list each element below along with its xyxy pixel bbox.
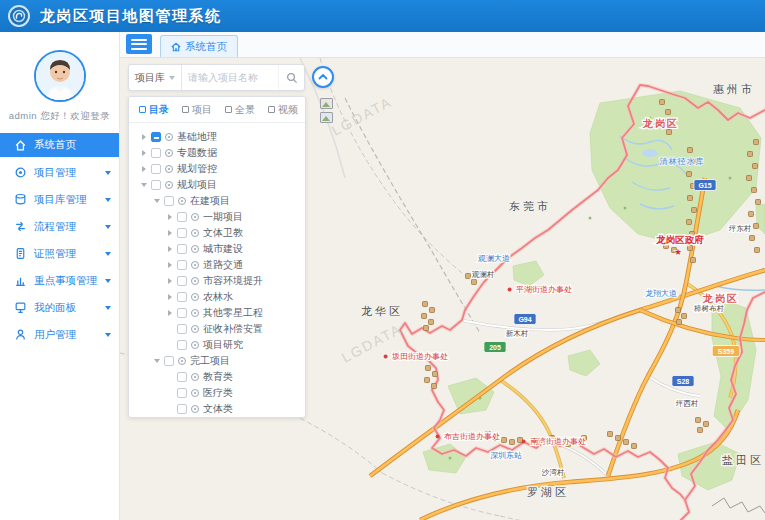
panel-tab-3[interactable]: 视频 <box>268 103 298 117</box>
tree-node-10[interactable]: 农林水 <box>129 289 305 305</box>
tree-node-label: 基础地理 <box>177 130 217 144</box>
layer-tree: 基础地理专题数据规划管控规划项目在建项目一期项目文体卫教城市建设道路交通市容环境… <box>129 123 305 417</box>
tab-bar: 系统首页 <box>120 32 765 58</box>
tree-checkbox[interactable] <box>177 404 187 414</box>
expander-right-icon[interactable] <box>165 246 175 252</box>
panel-tab-2[interactable]: 全景 <box>225 103 255 117</box>
map-label-vil: 观澜村 <box>472 270 495 279</box>
sidebar-item-3[interactable]: 流程管理 <box>0 213 119 240</box>
sidebar-item-label: 项目管理 <box>34 166 101 180</box>
tree-node-0[interactable]: 基础地理 <box>129 129 305 145</box>
expander-right-icon[interactable] <box>165 214 175 220</box>
tree-node-5[interactable]: 一期项目 <box>129 209 305 225</box>
expander-right-icon[interactable] <box>165 230 175 236</box>
collapse-panel-button[interactable] <box>312 66 334 88</box>
tree-checkbox[interactable] <box>177 308 187 318</box>
search-category-value: 项目库 <box>135 71 165 85</box>
tree-node-6[interactable]: 文体卫教 <box>129 225 305 241</box>
tree-checkbox[interactable] <box>177 276 187 286</box>
tree-node-13[interactable]: 项目研究 <box>129 337 305 353</box>
tab-system-home[interactable]: 系统首页 <box>160 35 238 57</box>
poi-marker <box>749 212 754 217</box>
tree-checkbox[interactable] <box>177 324 187 334</box>
basemap-toggle-image[interactable] <box>320 98 333 109</box>
chevron-down-icon <box>169 76 175 80</box>
chevron-down-icon <box>105 171 111 175</box>
tree-node-2[interactable]: 规划管控 <box>129 161 305 177</box>
sidebar-item-6[interactable]: 我的面板 <box>0 294 119 321</box>
search-button[interactable] <box>278 65 304 90</box>
map-label-city: 盐田区 <box>722 454 764 466</box>
tree-node-label: 征收补偿安置 <box>203 322 263 336</box>
basemap-toggle-vector[interactable] <box>320 112 333 123</box>
expander-right-icon[interactable] <box>139 150 149 156</box>
poi-marker <box>502 438 507 443</box>
tree-checkbox[interactable] <box>177 260 187 270</box>
tree-node-16[interactable]: 医疗类 <box>129 385 305 401</box>
expander-right-icon[interactable] <box>139 134 149 140</box>
tree-checkbox[interactable] <box>177 388 187 398</box>
layer-gear-icon <box>165 133 173 141</box>
tree-checkbox[interactable] <box>177 228 187 238</box>
tree-checkbox[interactable] <box>151 180 161 190</box>
menu-toggle-button[interactable] <box>126 34 152 54</box>
map-label-city: 罗湖区 <box>527 486 569 498</box>
tree-node-3[interactable]: 规划项目 <box>129 177 305 193</box>
poi-marker <box>688 196 693 201</box>
tree-checkbox[interactable] <box>151 148 161 158</box>
tree-checkbox[interactable] <box>177 212 187 222</box>
tree-node-12[interactable]: 征收补偿安置 <box>129 321 305 337</box>
search-icon <box>286 72 298 84</box>
sidebar-item-5[interactable]: 重点事项管理 <box>0 267 119 294</box>
map-label-vil: 坪西村 <box>675 399 699 408</box>
layer-gear-icon <box>191 309 199 317</box>
poi-marker <box>429 320 434 325</box>
tree-node-17[interactable]: 文体类 <box>129 401 305 417</box>
expander-right-icon[interactable] <box>165 278 175 284</box>
sidebar: admin 您好！欢迎登录 系统首页项目管理项目库管理流程管理证照管理重点事项管… <box>0 32 120 520</box>
tree-checkbox[interactable] <box>164 196 174 206</box>
road-shield-label: G94 <box>518 316 531 323</box>
tree-node-label: 医疗类 <box>203 386 233 400</box>
search-category-select[interactable]: 项目库 <box>129 65 182 90</box>
expander-right-icon[interactable] <box>165 262 175 268</box>
sidebar-item-7[interactable]: 用户管理 <box>0 321 119 348</box>
tree-checkbox[interactable] <box>177 244 187 254</box>
avatar[interactable] <box>34 50 86 102</box>
map-label-city: 东莞市 <box>509 200 551 212</box>
expander-down-icon[interactable] <box>152 199 162 203</box>
poi-marker <box>688 148 693 153</box>
map-label-street: 坂田街道办事处 <box>391 352 448 361</box>
sidebar-item-0[interactable]: 系统首页 <box>0 133 119 157</box>
tree-node-8[interactable]: 道路交通 <box>129 257 305 273</box>
welcome-text: admin 您好！欢迎登录 <box>0 110 119 123</box>
layer-gear-icon <box>165 181 173 189</box>
sidebar-item-4[interactable]: 证照管理 <box>0 240 119 267</box>
tree-node-4[interactable]: 在建项目 <box>129 193 305 209</box>
tree-checkbox[interactable] <box>151 132 161 142</box>
expander-right-icon[interactable] <box>165 294 175 300</box>
tree-checkbox[interactable] <box>151 164 161 174</box>
expander-right-icon[interactable] <box>165 310 175 316</box>
layer-gear-icon <box>191 389 199 397</box>
tree-node-14[interactable]: 完工项目 <box>129 353 305 369</box>
project-name-input[interactable] <box>182 65 278 90</box>
expander-down-icon[interactable] <box>139 183 149 187</box>
tree-checkbox[interactable] <box>164 356 174 366</box>
tree-node-15[interactable]: 教育类 <box>129 369 305 385</box>
poi-marker <box>752 188 757 193</box>
tree-checkbox[interactable] <box>177 372 187 382</box>
expander-right-icon[interactable] <box>139 166 149 172</box>
tree-node-1[interactable]: 专题数据 <box>129 145 305 161</box>
tree-checkbox[interactable] <box>177 292 187 302</box>
panel-tab-0[interactable]: 目录 <box>139 103 169 117</box>
sidebar-menu: 系统首页项目管理项目库管理流程管理证照管理重点事项管理我的面板用户管理 <box>0 133 119 348</box>
tree-node-7[interactable]: 城市建设 <box>129 241 305 257</box>
tree-node-11[interactable]: 其他零星工程 <box>129 305 305 321</box>
sidebar-item-2[interactable]: 项目库管理 <box>0 186 119 213</box>
panel-tab-1[interactable]: 项目 <box>182 103 212 117</box>
tree-checkbox[interactable] <box>177 340 187 350</box>
expander-down-icon[interactable] <box>152 359 162 363</box>
tree-node-9[interactable]: 市容环境提升 <box>129 273 305 289</box>
sidebar-item-1[interactable]: 项目管理 <box>0 159 119 186</box>
